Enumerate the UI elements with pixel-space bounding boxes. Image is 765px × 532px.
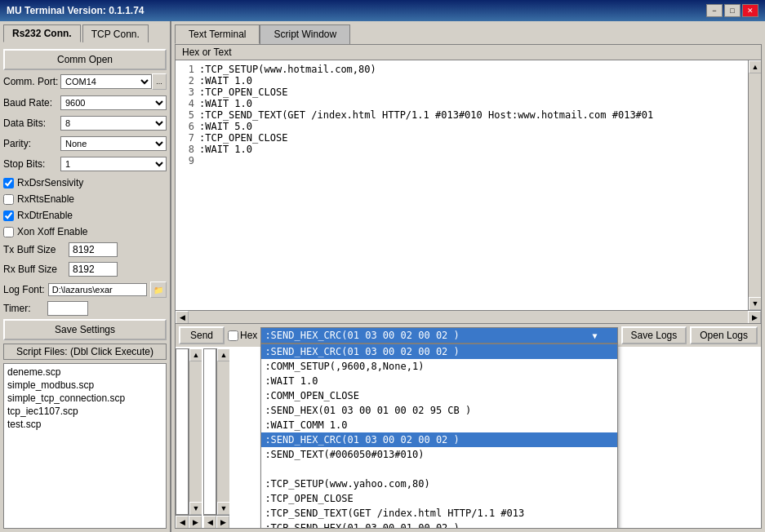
bottom-left-content (176, 348, 189, 515)
dropdown-item[interactable] (261, 462, 616, 477)
tx-buff-row: Tx Buff Size 8192 (3, 242, 167, 257)
dropdown-arrow-icon: ▼ (593, 331, 598, 340)
baud-rate-select[interactable]: 9600 (60, 95, 167, 110)
tab-script-window[interactable]: Script Window (260, 24, 350, 44)
vertical-scrollbar[interactable]: ▲ ▼ (748, 60, 761, 310)
comm-open-button[interactable]: Comm Open (3, 49, 167, 70)
rxrts-row: RxRtsEnable (3, 193, 167, 205)
script-files-list: deneme.scp simple_modbus.scp simple_tcp_… (3, 363, 167, 529)
terminal-line-5: 5 :TCP_SEND_TEXT(GET /index.html HTTP/1.… (179, 109, 745, 121)
scroll-right-button[interactable]: ▶ (748, 311, 761, 324)
combo-selected-value[interactable]: :SEND_HEX_CRC(01 03 00 02 00 02 ) ▼ (260, 327, 617, 344)
dropdown-item[interactable]: :SEND_HEX_CRC(01 03 00 02 00 02 ) (261, 344, 616, 359)
rxrts-checkbox[interactable] (3, 194, 14, 205)
xonxoff-label: Xon Xoff Enable (17, 226, 88, 237)
rx-buff-value: 8192 (69, 262, 118, 277)
bl-scroll-left[interactable]: ◀ (176, 516, 189, 529)
rx-buff-label: Rx Buff Size (3, 264, 69, 275)
hex-checkbox-row: Hex (228, 330, 257, 341)
scroll-up-button[interactable]: ▲ (749, 60, 761, 73)
timer-row: Timer: 100 (3, 301, 167, 316)
script-files-label: Script Files: (Dbl Click Execute) (3, 344, 167, 360)
log-font-value: D:\lazarus\exar (48, 283, 147, 296)
save-logs-button[interactable]: Save Logs (621, 326, 687, 344)
script-file-item[interactable]: simple_tcp_connection.scp (6, 392, 164, 405)
dropdown-item[interactable]: :WAIT 1.0 (261, 374, 616, 388)
script-file-item[interactable]: tcp_iec1107.scp (6, 405, 164, 418)
bottom-right-pane: ▲ ▼ ◀ ▶ (203, 348, 229, 528)
bottom-right-content (203, 348, 216, 515)
comm-port-select[interactable]: COM14 (60, 74, 152, 89)
rxdtr-row: RxDtrEnable (3, 210, 167, 221)
dropdown-item[interactable]: :COMM_OPEN_CLOSE (261, 388, 616, 403)
dropdown-item[interactable]: :TCP_SEND_HEX(01 03 00 01 00 02 ) (261, 521, 616, 529)
comm-port-row: Comm. Port: COM14 ... (3, 73, 167, 90)
bl-scroll-up[interactable]: ▲ (189, 348, 202, 361)
scroll-track (749, 73, 761, 297)
bottom-left-vscroll[interactable]: ▲ ▼ (189, 348, 202, 515)
bl-scroll-down[interactable]: ▼ (189, 502, 202, 515)
terminal-line-8: 8 :WAIT 1.0 (179, 144, 745, 155)
data-bits-select[interactable]: 8 (60, 116, 167, 131)
parity-select[interactable]: None (60, 136, 167, 151)
xonxoff-checkbox[interactable] (3, 227, 14, 237)
terminal-line-1: 1 :TCP_SETUP(www.hotmail.com,80) (179, 64, 745, 75)
dropdown-item[interactable]: :TCP_OPEN_CLOSE (261, 491, 616, 506)
br-scroll-right[interactable]: ▶ (216, 516, 229, 529)
timer-input[interactable]: 100 (47, 301, 88, 316)
maximize-button[interactable]: □ (724, 4, 741, 17)
tx-buff-value: 8192 (69, 242, 118, 257)
script-file-item[interactable]: deneme.scp (6, 366, 164, 379)
dropdown-item[interactable]: :WAIT_COMM 1.0 (261, 418, 616, 432)
send-button[interactable]: Send (179, 326, 225, 344)
rxrts-label: RxRtsEnable (17, 193, 74, 205)
dropdown-item-highlighted[interactable]: :SEND_HEX_CRC(01 03 00 02 00 02 ) (261, 432, 616, 447)
dropdown-item[interactable]: :TCP_SEND_TEXT(GET /index.html HTTP/1.1 … (261, 506, 616, 521)
bl-scroll-right[interactable]: ▶ (189, 516, 202, 529)
scroll-down-button[interactable]: ▼ (749, 297, 761, 310)
stop-bits-select[interactable]: 1 (60, 157, 167, 171)
br-scroll-left[interactable]: ◀ (203, 516, 216, 529)
baud-rate-label: Baud Rate: (3, 97, 60, 109)
rxdsr-checkbox[interactable] (3, 178, 14, 188)
data-bits-label: Data Bits: (3, 117, 60, 129)
rxdsr-label: RxDsrSensivity (17, 177, 83, 188)
rx-buff-row: Rx Buff Size 8192 (3, 262, 167, 277)
script-file-item[interactable]: test.scp (6, 418, 164, 431)
hex-label: Hex (240, 330, 257, 341)
send-bar: Send Hex :SEND_HEX_CRC(01 03 00 02 00 02… (176, 323, 761, 347)
command-dropdown[interactable]: :SEND_HEX_CRC(01 03 00 02 00 02 ) ▼ :SEN… (260, 327, 617, 344)
minimize-button[interactable]: − (706, 4, 723, 17)
dropdown-item[interactable]: :SEND_TEXT(#006050#013#010) (261, 447, 616, 462)
log-font-browse[interactable]: 📁 (150, 282, 167, 298)
right-panel: Text Terminal Script Window Hex or Text … (171, 21, 765, 532)
window-controls: − □ ✕ (706, 4, 758, 17)
content-area: Hex or Text 1 :TCP_SETUP(www.hotmail.com… (175, 44, 762, 529)
title-bar: MU Terminal Version: 0.1.1.74 − □ ✕ (0, 0, 765, 21)
tx-buff-label: Tx Buff Size (3, 244, 69, 255)
h-scrollbar-top[interactable]: ◀ ▶ (176, 310, 761, 323)
rxdsr-row: RxDsrSensivity (3, 177, 167, 188)
bottom-right-body: ▲ ▼ (203, 348, 229, 515)
tab-text-terminal[interactable]: Text Terminal (175, 24, 260, 44)
br-scroll-up[interactable]: ▲ (217, 348, 229, 361)
terminal-line-4: 4 :WAIT 1.0 (179, 98, 745, 109)
rxdtr-checkbox[interactable] (3, 211, 14, 221)
bottom-right-vscroll[interactable]: ▲ ▼ (216, 348, 229, 515)
dropdown-item[interactable]: :COMM_SETUP(,9600,8,None,1) (261, 359, 616, 374)
close-button[interactable]: ✕ (742, 4, 758, 17)
dropdown-item[interactable]: :TCP_SETUP(www.yahoo.com,80) (261, 477, 616, 491)
scroll-left-button[interactable]: ◀ (176, 311, 189, 324)
bottom-right-text (204, 349, 216, 356)
bottom-right-hscroll[interactable]: ◀ ▶ (203, 515, 229, 528)
comm-port-browse[interactable]: ... (152, 73, 167, 90)
tab-rs232[interactable]: Rs232 Conn. (3, 24, 81, 42)
save-settings-button[interactable]: Save Settings (3, 319, 167, 340)
hex-checkbox[interactable] (228, 330, 238, 341)
open-logs-button[interactable]: Open Logs (690, 326, 758, 344)
dropdown-item[interactable]: :SEND_HEX(01 03 00 01 00 02 95 CB ) (261, 403, 616, 418)
script-file-item[interactable]: simple_modbus.scp (6, 379, 164, 392)
tab-tcp[interactable]: TCP Conn. (82, 24, 149, 42)
bottom-left-hscroll[interactable]: ◀ ▶ (176, 515, 202, 528)
br-scroll-down[interactable]: ▼ (217, 502, 229, 515)
